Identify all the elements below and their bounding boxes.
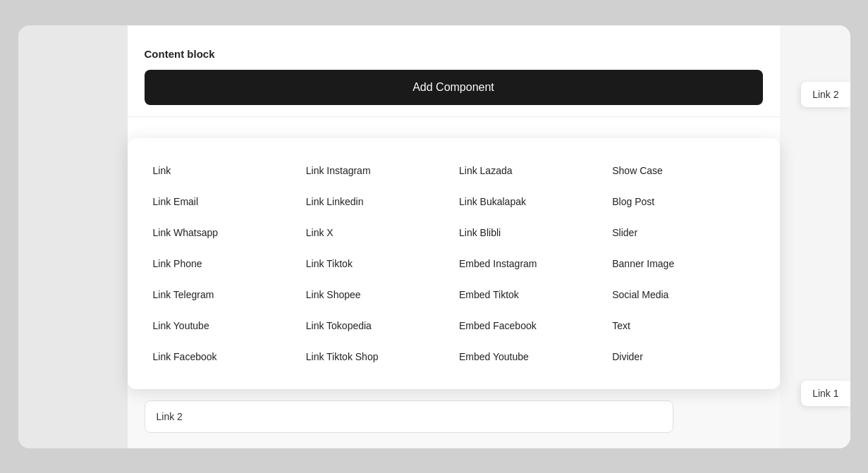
- list-item[interactable]: Social Media: [606, 279, 759, 310]
- list-item[interactable]: Link Instagram: [300, 155, 453, 186]
- list-item[interactable]: Embed Youtube: [453, 341, 606, 372]
- sidebar-link2-top-label: Link 2: [812, 89, 838, 100]
- list-item[interactable]: Link Telegram: [147, 279, 300, 310]
- list-item[interactable]: Link Youtube: [147, 310, 300, 341]
- dropdown-panel: Link Link Email Link Whatsapp Link Phone…: [128, 138, 780, 389]
- list-item[interactable]: Divider: [606, 341, 759, 372]
- list-item[interactable]: Link Email: [147, 186, 300, 217]
- bottom-area: [128, 385, 780, 448]
- list-item[interactable]: Link Blibli: [453, 217, 606, 248]
- list-item[interactable]: Slider: [606, 217, 759, 248]
- screen-wrapper: Link 2 Link 1 Content block Add Componen…: [18, 25, 850, 448]
- dropdown-col-4: Show Case Blog Post Slider Banner Image …: [606, 155, 759, 372]
- list-item[interactable]: Link Tiktok: [300, 248, 453, 279]
- list-item[interactable]: Link Whatsapp: [147, 217, 300, 248]
- list-item[interactable]: Link Phone: [147, 248, 300, 279]
- dropdown-col-3: Link Lazada Link Bukalapak Link Blibli E…: [453, 155, 606, 372]
- list-item[interactable]: Blog Post: [606, 186, 759, 217]
- dropdown-col-1: Link Link Email Link Whatsapp Link Phone…: [147, 155, 300, 372]
- sidebar-link1[interactable]: Link 1: [801, 381, 850, 406]
- left-panel: [18, 25, 128, 448]
- dropdown-grid: Link Link Email Link Whatsapp Link Phone…: [147, 155, 760, 372]
- sidebar-link1-label: Link 1: [812, 388, 838, 399]
- list-item[interactable]: Link Bukalapak: [453, 186, 606, 217]
- list-item[interactable]: Link X: [300, 217, 453, 248]
- sidebar-link2-top[interactable]: Link 2: [801, 82, 850, 107]
- list-item[interactable]: Link Shopee: [300, 279, 453, 310]
- list-item[interactable]: Link Tokopedia: [300, 310, 453, 341]
- list-item[interactable]: Link Lazada: [453, 155, 606, 186]
- list-item[interactable]: Link Linkedin: [300, 186, 453, 217]
- list-item[interactable]: Link: [147, 155, 300, 186]
- list-item[interactable]: Text: [606, 310, 759, 341]
- content-block-title: Content block: [145, 48, 763, 60]
- add-component-button[interactable]: Add Component: [145, 70, 763, 105]
- list-item[interactable]: Embed Tiktok: [453, 279, 606, 310]
- list-item[interactable]: Link Facebook: [147, 341, 300, 372]
- list-item[interactable]: Show Case: [606, 155, 759, 186]
- list-item[interactable]: Link Tiktok Shop: [300, 341, 453, 372]
- list-item[interactable]: Embed Facebook: [453, 310, 606, 341]
- dropdown-col-2: Link Instagram Link Linkedin Link X Link…: [300, 155, 453, 372]
- content-block-header: Content block Add Component: [128, 25, 780, 117]
- link2-input[interactable]: [145, 400, 673, 433]
- list-item[interactable]: Embed Instagram: [453, 248, 606, 279]
- list-item[interactable]: Banner Image: [606, 248, 759, 279]
